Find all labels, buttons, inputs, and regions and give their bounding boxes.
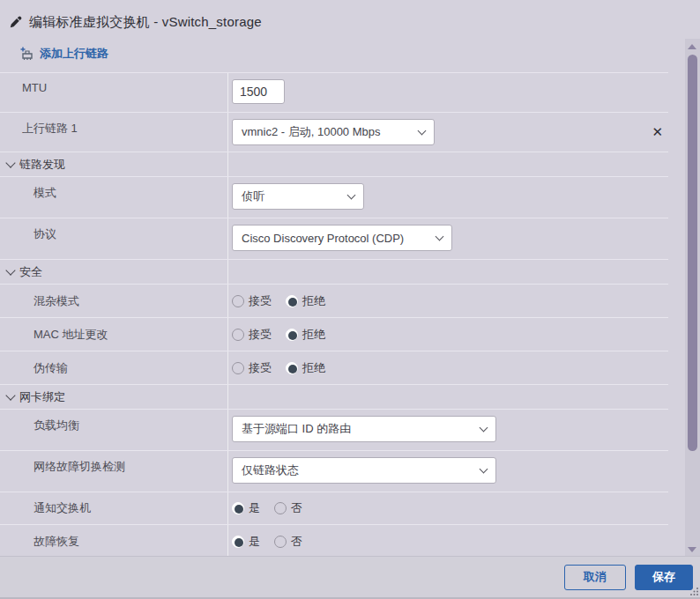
chevron-down-icon bbox=[436, 233, 444, 241]
radio-circle-icon bbox=[232, 536, 244, 548]
protocol-select[interactable]: Cisco Discovery Protocol (CDP) bbox=[232, 225, 452, 251]
radio-circle-icon bbox=[232, 329, 244, 341]
chevron-down-icon bbox=[5, 158, 15, 167]
mode-select[interactable]: 侦听 bbox=[232, 183, 364, 210]
radio-circle-icon bbox=[274, 536, 287, 548]
form-row-uplink1: 上行链路 1 vmnic2 - 启动, 10000 Mbps ✕ bbox=[0, 112, 668, 152]
failover-detection-value: 仅链路状态 bbox=[242, 462, 299, 478]
mtu-input[interactable] bbox=[232, 79, 285, 104]
edit-vswitch-dialog: 编辑标准虚拟交换机 - vSwitch_storage 添加上行链路 MTU 上… bbox=[0, 0, 700, 599]
radio-circle-icon bbox=[232, 362, 244, 374]
forged-transmits-reject-radio[interactable]: 拒绝 bbox=[286, 360, 325, 376]
form-row-notify-switches: 通知交换机 是 否 bbox=[0, 492, 668, 524]
cancel-button[interactable]: 取消 bbox=[564, 565, 626, 590]
radio-circle-icon bbox=[286, 295, 298, 307]
load-balancing-label: 负载均衡 bbox=[0, 410, 227, 450]
mac-changes-accept-radio[interactable]: 接受 bbox=[232, 327, 272, 343]
load-balancing-select[interactable]: 基于源端口 ID 的路由 bbox=[232, 416, 496, 442]
dialog-title: 编辑标准虚拟交换机 - vSwitch_storage bbox=[29, 14, 262, 31]
section-nic-teaming[interactable]: 网卡绑定 bbox=[0, 384, 668, 409]
notify-switches-yes-radio[interactable]: 是 bbox=[232, 500, 260, 516]
mode-label: 模式 bbox=[0, 177, 227, 218]
section-security-title: 安全 bbox=[19, 264, 42, 280]
promiscuous-label: 混杂模式 bbox=[0, 285, 227, 317]
mac-changes-label: MAC 地址更改 bbox=[0, 318, 227, 351]
vswitch-form: MTU 上行链路 1 vmnic2 - 启动, 10000 Mbps ✕ 链路发… bbox=[0, 72, 668, 558]
section-link-discovery-title: 链路发现 bbox=[19, 157, 65, 173]
section-nic-teaming-title: 网卡绑定 bbox=[19, 389, 65, 405]
radio-circle-icon bbox=[232, 295, 244, 307]
chevron-down-icon bbox=[347, 191, 356, 200]
scroll-down-arrow-icon[interactable] bbox=[688, 547, 696, 552]
form-row-mac-changes: MAC 地址更改 接受 拒绝 bbox=[0, 317, 668, 351]
radio-circle-icon bbox=[274, 502, 287, 514]
form-row-failback: 故障恢复 是 否 bbox=[0, 524, 668, 558]
notify-switches-label: 通知交换机 bbox=[0, 492, 227, 524]
save-button[interactable]: 保存 bbox=[635, 565, 693, 590]
vertical-scrollbar[interactable] bbox=[685, 39, 700, 558]
protocol-value: Cisco Discovery Protocol (CDP) bbox=[242, 232, 404, 245]
form-row-failover-detection: 网络故障切换检测 仅链路状态 bbox=[0, 450, 668, 492]
chevron-down-icon bbox=[480, 465, 488, 474]
chevron-down-icon bbox=[5, 390, 15, 400]
forged-transmits-label: 伪传输 bbox=[0, 351, 227, 384]
mac-changes-reject-radio[interactable]: 拒绝 bbox=[286, 327, 325, 343]
add-uplink-icon bbox=[19, 46, 35, 62]
add-uplink-button[interactable]: 添加上行链路 bbox=[19, 46, 108, 62]
form-row-mode: 模式 侦听 bbox=[0, 176, 668, 218]
form-row-promiscuous: 混杂模式 接受 拒绝 bbox=[0, 284, 668, 317]
chevron-down-icon bbox=[5, 265, 15, 275]
form-row-mtu: MTU bbox=[0, 72, 668, 112]
dialog-toolbar: 添加上行链路 bbox=[0, 35, 700, 72]
resize-grip-icon[interactable] bbox=[689, 587, 699, 596]
remove-uplink-icon[interactable]: ✕ bbox=[652, 119, 663, 145]
failback-label: 故障恢复 bbox=[0, 525, 227, 558]
form-row-load-balancing: 负载均衡 基于源端口 ID 的路由 bbox=[0, 409, 668, 450]
chevron-down-icon bbox=[418, 127, 427, 136]
uplink1-label: 上行链路 1 bbox=[0, 113, 227, 152]
form-row-forged-transmits: 伪传输 接受 拒绝 bbox=[0, 351, 668, 384]
mode-value: 侦听 bbox=[242, 189, 264, 204]
dialog-title-bar: 编辑标准虚拟交换机 - vSwitch_storage bbox=[0, 0, 700, 35]
radio-circle-icon bbox=[232, 502, 244, 514]
scroll-up-arrow-icon[interactable] bbox=[688, 44, 696, 49]
section-security[interactable]: 安全 bbox=[0, 259, 668, 284]
form-row-protocol: 协议 Cisco Discovery Protocol (CDP) bbox=[0, 218, 668, 259]
add-uplink-label: 添加上行链路 bbox=[40, 46, 108, 62]
radio-circle-icon bbox=[286, 329, 298, 341]
dialog-footer: 取消 保存 bbox=[0, 556, 700, 597]
failover-detection-label: 网络故障切换检测 bbox=[0, 451, 227, 492]
load-balancing-value: 基于源端口 ID 的路由 bbox=[242, 421, 351, 437]
mtu-label: MTU bbox=[0, 73, 227, 112]
notify-switches-no-radio[interactable]: 否 bbox=[274, 500, 302, 516]
failback-no-radio[interactable]: 否 bbox=[274, 534, 302, 550]
promiscuous-reject-radio[interactable]: 拒绝 bbox=[286, 293, 325, 309]
uplink1-select[interactable]: vmnic2 - 启动, 10000 Mbps bbox=[232, 119, 435, 145]
uplink1-value: vmnic2 - 启动, 10000 Mbps bbox=[242, 124, 381, 140]
promiscuous-accept-radio[interactable]: 接受 bbox=[232, 293, 272, 309]
failback-yes-radio[interactable]: 是 bbox=[232, 534, 260, 550]
chevron-down-icon bbox=[480, 424, 488, 433]
edit-pencil-icon bbox=[9, 16, 22, 29]
protocol-label: 协议 bbox=[0, 218, 227, 259]
scrollbar-thumb[interactable] bbox=[688, 55, 697, 451]
radio-circle-icon bbox=[286, 362, 298, 374]
failover-detection-select[interactable]: 仅链路状态 bbox=[232, 457, 496, 484]
section-link-discovery[interactable]: 链路发现 bbox=[0, 152, 668, 176]
forged-transmits-accept-radio[interactable]: 接受 bbox=[232, 360, 272, 376]
